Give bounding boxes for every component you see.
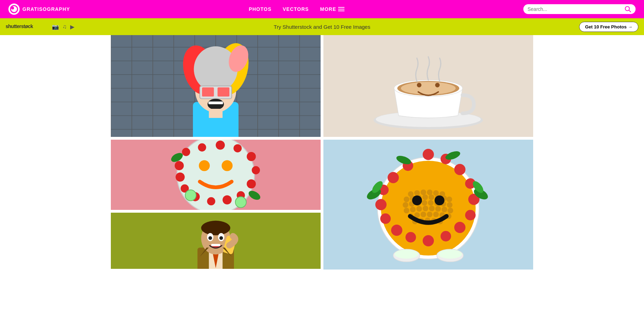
coffee-svg bbox=[323, 35, 533, 137]
svg-point-55 bbox=[176, 173, 185, 182]
photo-grid bbox=[111, 35, 533, 270]
camera-icon[interactable]: 📷 bbox=[52, 24, 59, 30]
svg-point-129 bbox=[423, 149, 434, 160]
svg-point-103 bbox=[428, 200, 434, 206]
svg-point-111 bbox=[429, 206, 435, 211]
shutterstock-promo-text: Try Shutterstock and Get 10 Free Images bbox=[274, 24, 370, 30]
svg-point-140 bbox=[380, 213, 391, 224]
shutterstock-logo[interactable]: shutterstøck bbox=[6, 22, 48, 31]
svg-point-49 bbox=[247, 179, 256, 188]
nav-vectors[interactable]: VECTORS bbox=[283, 6, 309, 12]
svg-rect-37 bbox=[209, 109, 223, 118]
svg-point-102 bbox=[422, 200, 427, 206]
svg-point-135 bbox=[454, 222, 465, 233]
photo-food-plate[interactable] bbox=[111, 140, 321, 210]
shutterstock-bar: shutterstøck 📷 ♫ ▶ Try Shutterstock and … bbox=[0, 18, 644, 35]
right-column bbox=[323, 35, 533, 270]
logo-link[interactable]: GRATISOGRAPHY bbox=[8, 4, 70, 15]
nav-photos[interactable]: PHOTOS bbox=[249, 6, 271, 12]
svg-point-47 bbox=[247, 152, 256, 161]
svg-text:shutterstøck: shutterstøck bbox=[6, 24, 33, 29]
svg-point-65 bbox=[201, 221, 230, 235]
svg-rect-36 bbox=[208, 101, 223, 104]
photo-coffee[interactable] bbox=[323, 35, 533, 137]
clown-svg bbox=[111, 35, 321, 137]
svg-point-94 bbox=[422, 194, 428, 200]
svg-point-128 bbox=[435, 195, 444, 205]
svg-point-57 bbox=[235, 197, 246, 207]
svg-point-41 bbox=[222, 160, 233, 171]
svg-point-138 bbox=[405, 232, 416, 243]
svg-point-106 bbox=[447, 202, 452, 208]
search-bar bbox=[523, 4, 636, 14]
svg-point-68 bbox=[208, 236, 212, 240]
svg-rect-33 bbox=[202, 87, 214, 97]
svg-point-45 bbox=[216, 141, 225, 150]
svg-point-40 bbox=[199, 160, 210, 171]
shutterstock-right: Get 10 Free Photos → bbox=[579, 22, 638, 32]
svg-line-4 bbox=[629, 10, 631, 12]
logo-text: GRATISOGRAPHY bbox=[22, 6, 70, 12]
svg-point-107 bbox=[404, 208, 409, 213]
svg-point-69 bbox=[219, 236, 223, 240]
left-column bbox=[111, 35, 321, 270]
search-input[interactable] bbox=[528, 6, 622, 12]
svg-point-139 bbox=[391, 225, 402, 236]
svg-point-42 bbox=[175, 161, 184, 170]
logo-icon bbox=[8, 4, 20, 15]
soup-bowl-svg bbox=[323, 140, 533, 270]
svg-point-131 bbox=[454, 164, 465, 175]
svg-point-119 bbox=[433, 212, 439, 217]
shutterstock-left: shutterstøck 📷 ♫ ▶ bbox=[6, 22, 74, 31]
svg-point-56 bbox=[185, 190, 196, 201]
svg-point-98 bbox=[447, 197, 452, 202]
music-icon[interactable]: ♫ bbox=[62, 24, 67, 30]
photo-soup-bowl[interactable] bbox=[323, 140, 533, 270]
svg-point-80 bbox=[417, 83, 422, 87]
svg-point-87 bbox=[421, 190, 426, 195]
svg-point-79 bbox=[401, 82, 456, 94]
svg-point-127 bbox=[412, 195, 422, 205]
top-navigation: GRATISOGRAPHY PHOTOS VECTORS MORE bbox=[0, 0, 644, 18]
hamburger-icon bbox=[338, 7, 344, 11]
photo-clown[interactable] bbox=[111, 35, 321, 137]
nav-more-label: MORE bbox=[320, 6, 336, 12]
svg-point-44 bbox=[198, 143, 206, 151]
svg-point-112 bbox=[435, 206, 441, 212]
svg-point-152 bbox=[395, 250, 418, 259]
svg-point-95 bbox=[429, 194, 434, 200]
svg-point-109 bbox=[416, 206, 422, 212]
video-icon[interactable]: ▶ bbox=[70, 24, 74, 30]
photo-man-phone[interactable] bbox=[111, 213, 321, 269]
main-content bbox=[0, 35, 644, 270]
svg-point-108 bbox=[410, 207, 416, 212]
nav-more[interactable]: MORE bbox=[320, 6, 344, 12]
svg-point-114 bbox=[448, 208, 453, 213]
svg-rect-70 bbox=[211, 244, 220, 246]
svg-point-43 bbox=[182, 148, 190, 156]
search-button[interactable] bbox=[624, 6, 631, 13]
svg-point-99 bbox=[403, 202, 408, 208]
svg-point-91 bbox=[404, 197, 409, 202]
svg-point-2 bbox=[11, 7, 14, 9]
svg-point-51 bbox=[223, 195, 232, 205]
svg-point-52 bbox=[207, 197, 215, 205]
svg-point-113 bbox=[442, 207, 447, 212]
man-phone-svg bbox=[111, 213, 321, 269]
free-photos-button[interactable]: Get 10 Free Photos → bbox=[579, 22, 638, 32]
svg-point-48 bbox=[252, 166, 260, 174]
svg-point-118 bbox=[427, 212, 432, 217]
shutterstock-logo-svg: shutterstøck bbox=[6, 22, 48, 30]
svg-point-143 bbox=[388, 172, 399, 183]
food-plate-svg bbox=[111, 140, 321, 210]
svg-point-141 bbox=[375, 199, 387, 210]
svg-point-137 bbox=[423, 235, 434, 246]
svg-point-88 bbox=[427, 190, 432, 195]
svg-point-134 bbox=[465, 210, 476, 220]
svg-rect-34 bbox=[217, 87, 229, 97]
svg-point-136 bbox=[441, 231, 451, 241]
svg-point-117 bbox=[421, 212, 426, 217]
svg-point-110 bbox=[423, 206, 428, 211]
svg-point-154 bbox=[438, 250, 462, 259]
svg-point-81 bbox=[435, 83, 440, 87]
